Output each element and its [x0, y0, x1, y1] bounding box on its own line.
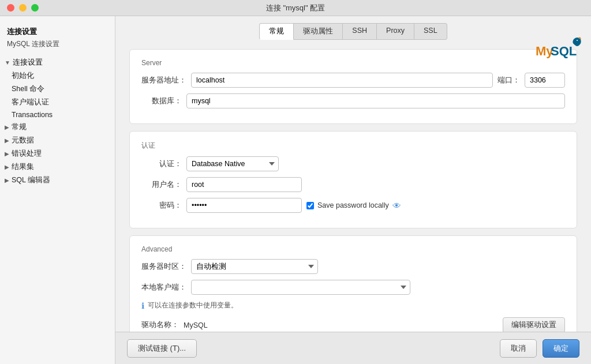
advanced-section-card: Advanced 服务器时区： 自动检测 本地客户端： — [129, 235, 577, 332]
info-icon: ℹ — [141, 301, 144, 310]
svg-point-3 — [577, 40, 578, 41]
chevron-right-icon-4: ▶ — [5, 164, 9, 170]
server-section-label: Server — [141, 59, 565, 67]
tab-ssl[interactable]: SSL — [414, 23, 447, 40]
port-input[interactable] — [525, 73, 565, 88]
chevron-right-icon-3: ▶ — [5, 151, 9, 157]
maximize-button[interactable] — [31, 4, 39, 12]
bottom-bar: 测试链接 (T)... 取消 确定 — [115, 332, 591, 364]
database-input[interactable] — [186, 93, 565, 108]
svg-text:SQL: SQL — [551, 44, 577, 58]
local-client-row: 本地客户端： — [141, 280, 565, 295]
cancel-button[interactable]: 取消 — [500, 339, 537, 358]
test-connection-button[interactable]: 测试链接 (T)... — [127, 339, 197, 358]
driver-value: MySQL — [184, 321, 498, 329]
timezone-row: 服务器时区： 自动检测 — [141, 259, 565, 274]
database-row: 数据库： — [141, 93, 565, 108]
tab-proxy[interactable]: Proxy — [377, 23, 414, 40]
window-title: 连接 "mysql" 配置 — [266, 3, 325, 13]
close-button[interactable] — [7, 4, 14, 12]
port-label: 端口： — [498, 76, 520, 85]
timezone-select[interactable]: 自动检测 — [191, 259, 318, 274]
username-input[interactable] — [186, 177, 302, 192]
save-password-checkbox[interactable] — [306, 202, 314, 209]
info-row: ℹ 可以在连接参数中使用变量。 — [141, 301, 565, 310]
chevron-down-icon: ▼ — [5, 59, 10, 66]
right-panel: 常规 驱动属性 SSH Proxy SSL Server 服务器地址： 端口： — [115, 16, 591, 332]
auth-type-select[interactable]: Database Native — [186, 156, 279, 171]
username-row: 用户名： — [141, 177, 565, 192]
sidebar-subheader: MySQL 连接设置 — [0, 38, 115, 54]
auth-type-row: 认证： Database Native — [141, 156, 565, 171]
tab-general[interactable]: 常规 — [259, 23, 294, 40]
password-label: 密码： — [141, 201, 182, 211]
save-password-label: Save password locally — [317, 201, 389, 209]
tab-ssh[interactable]: SSH — [343, 23, 377, 40]
sidebar-group-resultset[interactable]: ▶ 结果集 — [0, 160, 115, 174]
auth-type-label: 认证： — [141, 159, 182, 169]
local-client-label: 本地客户端： — [141, 283, 186, 292]
sidebar-group-metadata[interactable]: ▶ 元数据 — [0, 134, 115, 147]
server-row: 服务器地址： 端口： — [141, 73, 565, 88]
mysql-logo: My SQL — [536, 35, 582, 66]
bottom-left: 测试链接 (T)... — [127, 339, 197, 358]
info-text: 可以在连接参数中使用变量。 — [148, 301, 238, 310]
sidebar-group-label-connection[interactable]: ▼ 连接设置 — [0, 56, 115, 69]
sidebar-group-connection: ▼ 连接设置 初始化 Shell 命令 客户端认证 Transactions — [0, 56, 115, 121]
sidebar-item-transactions[interactable]: Transactions — [0, 109, 115, 121]
form-area: Server 服务器地址： 端口： 数据库： 认证 — [115, 40, 591, 332]
tabs-bar: 常规 驱动属性 SSH Proxy SSL — [115, 16, 591, 40]
minimize-button[interactable] — [19, 4, 27, 12]
timezone-label: 服务器时区： — [141, 262, 186, 272]
window-controls — [7, 4, 39, 12]
sidebar-item-shell[interactable]: Shell 命令 — [0, 82, 115, 96]
database-label: 数据库： — [141, 96, 182, 106]
confirm-button[interactable]: 确定 — [543, 339, 579, 358]
sidebar-group-sqleditor[interactable]: ▶ SQL 编辑器 — [0, 174, 115, 187]
chevron-right-icon: ▶ — [5, 124, 9, 130]
titlebar: 连接 "mysql" 配置 — [0, 0, 591, 16]
driver-row: 驱动名称： MySQL 编辑驱动设置 — [141, 317, 565, 332]
eye-icon[interactable]: 👁 — [392, 201, 401, 211]
auth-section-label: 认证 — [141, 141, 565, 151]
chevron-right-icon-2: ▶ — [5, 137, 9, 144]
password-input[interactable] — [186, 198, 302, 213]
username-label: 用户名： — [141, 180, 182, 190]
chevron-right-icon-5: ▶ — [5, 177, 9, 183]
sidebar-group-error[interactable]: ▶ 错误处理 — [0, 147, 115, 160]
bottom-right: 取消 确定 — [500, 339, 579, 358]
edit-driver-button[interactable]: 编辑驱动设置 — [503, 317, 565, 332]
main-content: 连接设置 MySQL 连接设置 ▼ 连接设置 初始化 Shell 命令 客户端认… — [0, 16, 591, 364]
auth-section-card: 认证 认证： Database Native 用户名： 密码： — [129, 131, 577, 228]
sidebar-group-general[interactable]: ▶ 常规 — [0, 121, 115, 134]
sidebar-header: 连接设置 — [0, 22, 115, 38]
driver-label: 驱动名称： — [141, 320, 179, 330]
advanced-section-label: Advanced — [141, 245, 565, 253]
save-password-area: Save password locally 👁 — [306, 201, 401, 211]
local-client-select[interactable] — [191, 280, 410, 295]
server-address-label: 服务器地址： — [141, 76, 186, 85]
sidebar: 连接设置 MySQL 连接设置 ▼ 连接设置 初始化 Shell 命令 客户端认… — [0, 16, 115, 364]
password-row: 密码： Save password locally 👁 — [141, 198, 565, 213]
server-address-input[interactable] — [191, 73, 493, 88]
right-panel-wrapper: My SQL 常规 驱动属性 SSH Proxy SSL — [115, 16, 591, 364]
tab-driver-props[interactable]: 驱动属性 — [294, 23, 343, 40]
server-section-card: Server 服务器地址： 端口： 数据库： — [129, 49, 577, 124]
sidebar-group-text-connection: 连接设置 — [13, 58, 43, 67]
sidebar-item-client-auth[interactable]: 客户端认证 — [0, 96, 115, 109]
sidebar-item-init[interactable]: 初始化 — [0, 69, 115, 82]
